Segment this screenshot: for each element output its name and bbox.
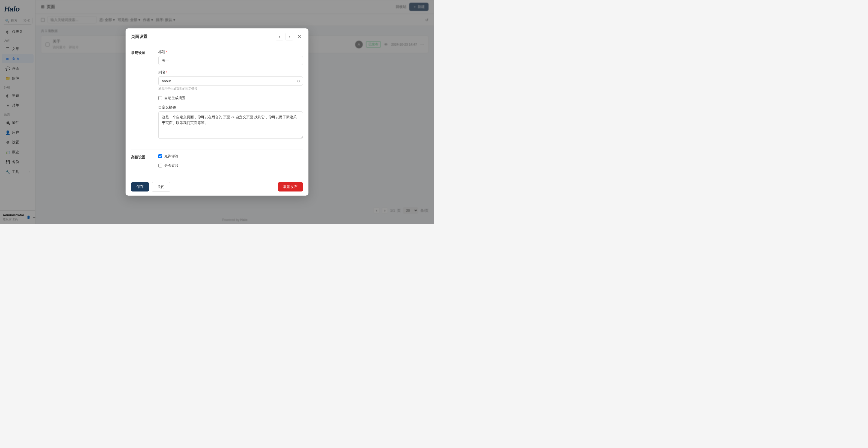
allow-comments-group: 允许评论 bbox=[158, 154, 303, 159]
alias-hint: 通常用于生成页面的固定链接 bbox=[158, 87, 303, 91]
title-field-group: 标题 * bbox=[158, 50, 303, 65]
section-divider bbox=[131, 149, 303, 149]
modal-overlay: 页面设置 ‹ › ✕ 常规设置 标题 * bbox=[0, 0, 434, 224]
alias-refresh-button[interactable]: ↺ bbox=[297, 79, 300, 83]
dialog-close-button[interactable]: ✕ bbox=[295, 33, 303, 40]
auto-excerpt-label[interactable]: 自动生成摘要 bbox=[164, 96, 186, 100]
auto-excerpt-checkbox[interactable] bbox=[158, 96, 162, 100]
dialog-next-button[interactable]: › bbox=[285, 33, 293, 40]
dialog-title: 页面设置 bbox=[131, 34, 147, 39]
dialog-nav: ‹ › ✕ bbox=[276, 33, 303, 40]
pin-top-group: 是否置顶 bbox=[158, 163, 303, 168]
dialog-header: 页面设置 ‹ › ✕ bbox=[126, 28, 308, 44]
pin-top-checkbox[interactable] bbox=[158, 163, 162, 168]
general-section-content: 标题 * 别名 * ↺ bbox=[158, 50, 303, 145]
advanced-settings-section: 高级设置 允许评论 是否置顶 bbox=[131, 154, 303, 172]
custom-excerpt-textarea[interactable] bbox=[158, 112, 303, 139]
save-button[interactable]: 保存 bbox=[131, 182, 149, 191]
dialog-prev-button[interactable]: ‹ bbox=[276, 33, 283, 40]
advanced-section-label: 高级设置 bbox=[131, 154, 153, 172]
pin-top-label[interactable]: 是否置顶 bbox=[164, 163, 179, 168]
allow-comments-checkbox[interactable] bbox=[158, 154, 162, 158]
title-input[interactable] bbox=[158, 56, 303, 65]
custom-excerpt-group: 自定义摘要 bbox=[158, 105, 303, 140]
unpublish-button[interactable]: 取消发布 bbox=[278, 182, 303, 191]
dialog-body: 常规设置 标题 * 别名 * bbox=[126, 44, 308, 178]
allow-comments-label[interactable]: 允许评论 bbox=[164, 154, 179, 159]
alias-field-group: 别名 * ↺ 通常用于生成页面的固定链接 bbox=[158, 70, 303, 91]
general-section-label: 常规设置 bbox=[131, 50, 153, 145]
close-button[interactable]: 关闭 bbox=[152, 182, 170, 192]
dialog-footer: 保存 关闭 取消发布 bbox=[126, 178, 308, 196]
general-settings-section: 常规设置 标题 * 别名 * bbox=[131, 50, 303, 145]
alias-input[interactable] bbox=[158, 77, 303, 86]
auto-excerpt-group: 自动生成摘要 bbox=[158, 96, 303, 100]
alias-field-label: 别名 * bbox=[158, 70, 303, 75]
alias-required-mark: * bbox=[166, 70, 167, 74]
advanced-section-content: 允许评论 是否置顶 bbox=[158, 154, 303, 172]
title-field-label: 标题 * bbox=[158, 50, 303, 54]
custom-excerpt-label: 自定义摘要 bbox=[158, 105, 303, 110]
page-settings-dialog: 页面设置 ‹ › ✕ 常规设置 标题 * bbox=[126, 28, 308, 196]
title-required-mark: * bbox=[166, 50, 167, 54]
alias-input-wrapper: ↺ bbox=[158, 77, 303, 86]
